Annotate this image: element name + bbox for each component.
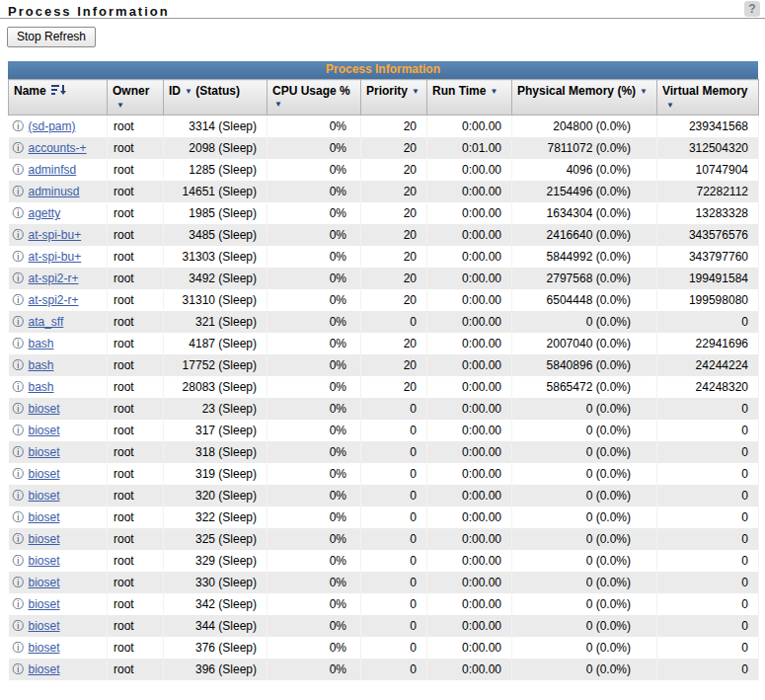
process-name-link[interactable]: bioset [29,402,60,416]
id-status-cell: 318 (Sleep) [164,441,268,463]
info-icon[interactable]: ⓘ [13,228,25,242]
column-header-virtual-memory[interactable]: Virtual Memory▼ [657,80,759,116]
sort-button-run-time[interactable]: ▼ [490,87,497,96]
process-name-link[interactable]: bioset [29,662,60,676]
process-name-link[interactable]: accounts-+ [29,141,87,155]
sort-button-cpu-usage[interactable]: ▼ [274,100,356,109]
sort-button-virtual-memory[interactable]: ▼ [666,101,674,110]
process-name-link[interactable]: bioset [29,576,60,589]
info-icon[interactable]: ⓘ [13,510,25,524]
info-icon[interactable]: ⓘ [13,337,25,350]
process-name-link[interactable]: adminusd [29,185,80,198]
cpu-usage-cell: 0% [268,420,361,441]
process-name-link[interactable]: bioset [29,445,60,459]
info-icon[interactable]: ⓘ [13,358,25,372]
info-icon[interactable]: ⓘ [13,163,25,177]
sort-button-physical-memory[interactable]: ▼ [640,87,648,96]
process-name-link[interactable]: bioset [29,510,60,524]
info-icon[interactable]: ⓘ [13,141,25,155]
cpu-usage-cell: 0% [268,268,361,289]
process-name-link[interactable]: at-spi-bu+ [29,228,82,242]
virtual-memory-cell: 0 [657,550,759,572]
process-name-link[interactable]: bioset [29,424,60,437]
info-icon[interactable]: ⓘ [13,619,25,633]
column-header-cpu-usage[interactable]: CPU Usage %▼ [268,80,361,116]
info-icon[interactable]: ⓘ [13,641,25,655]
process-name-link[interactable]: bioset [29,619,60,633]
cpu-usage-cell: 0% [268,116,361,138]
owner-cell: root [108,615,164,637]
info-icon[interactable]: ⓘ [13,380,25,394]
info-icon[interactable]: ⓘ [13,315,25,329]
owner-cell: root [108,528,164,550]
process-name-cell: ⓘat-spi-bu+ [9,246,108,268]
process-name-link[interactable]: ata_sff [29,315,64,329]
id-status-cell: 2098 (Sleep) [164,137,268,159]
column-header-physical-memory[interactable]: Physical Memory (%)▼ [512,80,657,116]
owner-cell: root [108,550,164,572]
run-time-cell: 0:00.00 [427,116,512,138]
help-button[interactable]: ? [744,1,760,17]
sort-button-id[interactable]: ▼ [185,87,192,96]
info-icon[interactable]: ⓘ [13,554,25,568]
owner-cell: root [108,268,164,289]
process-name-link[interactable]: adminfsd [29,163,77,177]
process-name-link[interactable]: agetty [29,206,61,220]
cpu-usage-cell: 0% [268,311,361,333]
table-row: ⓘ(sd-pam) root 3314 (Sleep) 0% 20 0:00.0… [9,116,759,138]
process-name-link[interactable]: bioset [29,532,60,546]
info-icon[interactable]: ⓘ [13,119,25,133]
column-header-run-time[interactable]: Run Time▼ [427,80,512,116]
info-icon[interactable]: ⓘ [13,576,25,589]
info-icon[interactable]: ⓘ [13,532,25,546]
column-header-priority[interactable]: Priority▼ [361,80,427,116]
info-icon[interactable]: ⓘ [13,272,25,285]
info-icon[interactable]: ⓘ [13,293,25,307]
cpu-usage-cell: 0% [268,289,361,311]
run-time-cell: 0:00.00 [427,398,512,420]
owner-cell: root [108,420,164,441]
process-name-cell: ⓘbioset [9,506,108,528]
sort-descending-icon[interactable] [51,85,66,96]
table-row: ⓘata_sff root 321 (Sleep) 0% 0 0:00.00 0… [9,311,759,333]
owner-cell: root [108,593,164,615]
process-name-link[interactable]: bioset [29,489,60,503]
info-icon[interactable]: ⓘ [13,597,25,611]
info-icon[interactable]: ⓘ [13,467,25,481]
process-name-link[interactable]: bioset [29,554,60,568]
info-icon[interactable]: ⓘ [13,185,25,198]
process-name-link[interactable]: bash [29,380,54,394]
process-name-link[interactable]: bash [29,358,54,372]
sort-button-owner[interactable]: ▼ [116,101,124,110]
physical-memory-cell: 0 (0.0%) [512,420,657,441]
info-icon[interactable]: ⓘ [13,662,25,676]
priority-cell: 20 [361,246,427,268]
toolbar: Stop Refresh [0,19,765,48]
process-name-cell: ⓘbioset [9,485,108,506]
priority-cell: 20 [361,333,427,354]
info-icon[interactable]: ⓘ [13,489,25,503]
column-header-id-status[interactable]: ID▼ (Status) [164,80,268,116]
priority-cell: 20 [361,137,427,159]
process-name-link[interactable]: at-spi2-r+ [29,272,79,285]
info-icon[interactable]: ⓘ [13,206,25,220]
run-time-cell: 0:00.00 [427,550,512,572]
process-name-link[interactable]: bioset [29,467,60,481]
process-name-link[interactable]: bash [29,337,54,350]
column-header-name[interactable]: Name [9,80,108,116]
sort-button-priority[interactable]: ▼ [412,87,420,96]
priority-cell: 20 [361,224,427,246]
run-time-cell: 0:00.00 [427,376,512,398]
info-icon[interactable]: ⓘ [13,402,25,416]
stop-refresh-button[interactable]: Stop Refresh [7,27,96,47]
info-icon[interactable]: ⓘ [13,250,25,264]
column-header-owner[interactable]: Owner▼ [108,80,164,116]
process-name-link[interactable]: bioset [29,641,60,655]
process-name-link[interactable]: (sd-pam) [29,119,76,133]
process-name-link[interactable]: at-spi-bu+ [29,250,82,264]
table-row: ⓘbioset root 319 (Sleep) 0% 0 0:00.00 0 … [9,463,759,485]
info-icon[interactable]: ⓘ [13,424,25,437]
info-icon[interactable]: ⓘ [13,445,25,459]
process-name-link[interactable]: bioset [29,597,60,611]
process-name-link[interactable]: at-spi2-r+ [29,293,79,307]
